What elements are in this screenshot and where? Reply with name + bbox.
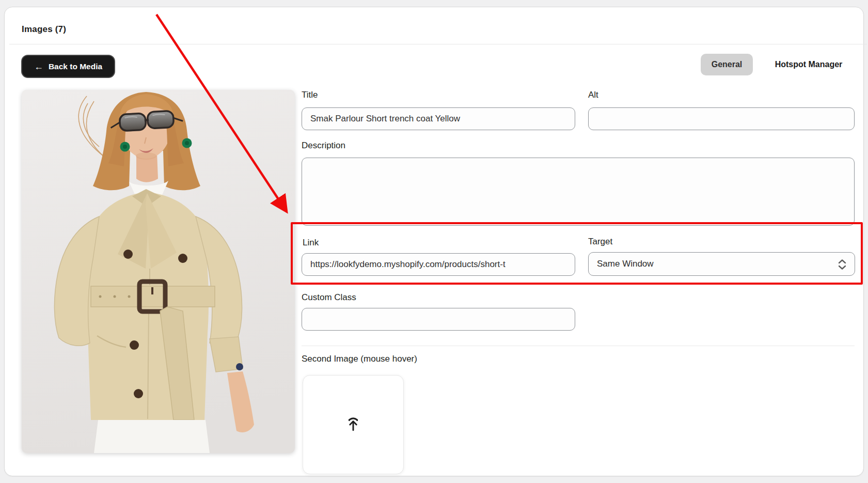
images-panel: Images (7) ← Back to Media General Hotsp… — [4, 7, 864, 476]
tab-general-label: General — [712, 60, 743, 69]
tab-hotspot-manager[interactable]: Hotspot Manager — [760, 54, 858, 75]
second-image-upload-dropzone[interactable] — [303, 375, 404, 474]
description-textarea[interactable] — [302, 158, 855, 226]
panel-title: Images (7) — [22, 24, 66, 35]
link-label: Link — [303, 238, 319, 248]
target-label: Target — [588, 237, 612, 247]
header-divider — [9, 44, 867, 44]
link-input[interactable] — [302, 253, 575, 276]
alt-label: Alt — [588, 90, 598, 100]
upload-icon — [344, 415, 362, 434]
tab-hotspot-label: Hotspot Manager — [775, 60, 843, 69]
title-input[interactable] — [302, 107, 575, 130]
tab-general[interactable]: General — [701, 54, 753, 75]
select-updown-icon — [837, 258, 848, 273]
target-select[interactable]: Same Window — [588, 252, 855, 276]
page: Images (7) ← Back to Media General Hotsp… — [0, 0, 868, 483]
title-label: Title — [302, 90, 318, 100]
custom-class-input[interactable] — [302, 308, 575, 331]
custom-class-label: Custom Class — [302, 292, 356, 303]
alt-input[interactable] — [588, 107, 855, 130]
target-select-value: Same Window — [597, 259, 654, 269]
second-image-label: Second Image (mouse hover) — [302, 354, 417, 364]
back-button-label: Back to Media — [49, 62, 102, 71]
back-arrow-icon: ← — [34, 62, 43, 71]
description-label: Description — [302, 141, 345, 151]
product-image — [22, 90, 295, 453]
product-image-illustration — [22, 90, 295, 453]
section-divider — [302, 346, 855, 346]
back-to-media-button[interactable]: ← Back to Media — [21, 55, 115, 78]
